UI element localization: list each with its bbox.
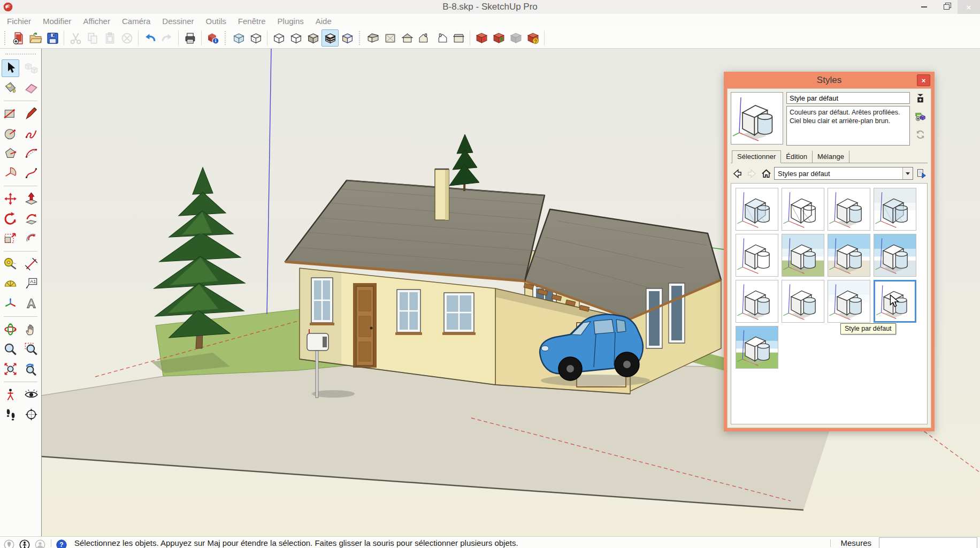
dimension-tool-icon[interactable] bbox=[22, 255, 40, 273]
wireframe-icon[interactable] bbox=[270, 29, 287, 47]
zoom-tool-icon[interactable] bbox=[2, 340, 19, 358]
menu-modifier[interactable]: Modifier bbox=[37, 17, 77, 26]
forward-arrow-icon[interactable] bbox=[745, 167, 758, 180]
home-icon[interactable] bbox=[760, 167, 772, 180]
rotate-tool-icon[interactable] bbox=[2, 210, 19, 227]
style-name-input[interactable] bbox=[786, 92, 910, 104]
walk-tool-icon[interactable] bbox=[2, 406, 19, 423]
paste-icon[interactable] bbox=[101, 29, 118, 47]
eraser-tool-icon[interactable] bbox=[22, 79, 40, 97]
tape-measure-tool-icon[interactable] bbox=[2, 255, 19, 273]
menu-dessiner[interactable]: Dessiner bbox=[156, 17, 200, 26]
styles-panel-close-icon[interactable]: × bbox=[917, 74, 930, 86]
freehand-tool-icon[interactable] bbox=[22, 125, 40, 142]
cut-icon[interactable] bbox=[67, 29, 84, 47]
print-icon[interactable] bbox=[181, 29, 198, 47]
axes-tool-icon[interactable] bbox=[2, 295, 19, 313]
hidden-line-icon[interactable] bbox=[287, 29, 304, 47]
menu-outils[interactable]: Outils bbox=[200, 17, 232, 26]
follow-me-tool-icon[interactable] bbox=[22, 210, 40, 227]
help-icon[interactable]: ? bbox=[56, 539, 67, 548]
style-thumbnail-style-par-defaut[interactable] bbox=[874, 280, 916, 323]
text-tool-icon[interactable]: A1 bbox=[22, 275, 40, 293]
open-file-icon[interactable] bbox=[27, 29, 44, 47]
paint-bucket-tool-icon[interactable] bbox=[2, 79, 19, 97]
position-camera-tool-icon[interactable] bbox=[2, 386, 19, 404]
pie-tool-icon[interactable] bbox=[2, 164, 19, 182]
chevron-down-icon[interactable] bbox=[902, 168, 913, 179]
top-view-icon[interactable] bbox=[381, 29, 399, 47]
create-new-style-icon[interactable] bbox=[915, 111, 926, 124]
get-models-icon[interactable] bbox=[473, 29, 490, 47]
shaded-textures-icon[interactable] bbox=[321, 29, 339, 47]
attribution-icon[interactable] bbox=[19, 539, 30, 548]
minimize-button[interactable] bbox=[913, 0, 935, 14]
undo-icon[interactable] bbox=[141, 29, 158, 47]
style-thumbnail-hidden-line[interactable] bbox=[736, 234, 778, 277]
move-tool-icon[interactable] bbox=[2, 190, 19, 208]
menu-fenetre[interactable]: Fenêtre bbox=[232, 17, 272, 26]
left-view-icon[interactable] bbox=[433, 29, 450, 47]
tab-melange[interactable]: Mélange bbox=[813, 150, 849, 163]
back-arrow-icon[interactable] bbox=[731, 167, 744, 180]
style-thumbnail-shaded-white[interactable] bbox=[828, 188, 870, 231]
rectangle-tool-icon[interactable] bbox=[2, 105, 19, 123]
close-button[interactable]: × bbox=[958, 0, 980, 14]
look-around-tool-icon[interactable] bbox=[22, 386, 40, 404]
menu-fichier[interactable]: Fichier bbox=[1, 17, 37, 26]
menu-aide[interactable]: Aide bbox=[310, 17, 338, 26]
zoom-extents-tool-icon[interactable] bbox=[2, 360, 19, 378]
select-tool-icon[interactable] bbox=[2, 59, 19, 77]
share-model-icon[interactable] bbox=[490, 29, 507, 47]
make-component-tool-icon[interactable] bbox=[22, 59, 40, 77]
scale-tool-icon[interactable] bbox=[2, 230, 19, 247]
back-view-icon[interactable] bbox=[450, 29, 467, 47]
orbit-tool-icon[interactable] bbox=[2, 321, 19, 338]
front-view-icon[interactable] bbox=[399, 29, 416, 47]
geolocation-icon[interactable] bbox=[3, 539, 15, 548]
redo-icon[interactable] bbox=[158, 29, 175, 47]
style-thumbnail-default-white[interactable] bbox=[736, 280, 778, 323]
zoom-previous-tool-icon[interactable] bbox=[22, 360, 40, 378]
style-thumbnail-blue-sky[interactable] bbox=[828, 234, 870, 277]
style-thumbnail-green-ground-sky[interactable] bbox=[782, 234, 824, 277]
model-info-icon[interactable] bbox=[204, 29, 221, 47]
new-file-icon[interactable] bbox=[10, 29, 27, 47]
line-tool-icon[interactable] bbox=[22, 105, 40, 123]
right-view-icon[interactable] bbox=[416, 29, 433, 47]
menu-plugins[interactable]: Plugins bbox=[272, 17, 310, 26]
style-thumbnail-x-ray-grey[interactable] bbox=[874, 188, 916, 231]
style-thumbnail-sky-and-ground[interactable] bbox=[736, 326, 778, 369]
zoom-window-tool-icon[interactable] bbox=[22, 340, 40, 358]
copy-icon[interactable] bbox=[84, 29, 101, 47]
measurements-input[interactable] bbox=[879, 537, 977, 548]
restore-button[interactable] bbox=[935, 0, 958, 14]
xray-icon[interactable] bbox=[230, 29, 247, 47]
style-collection-dropdown[interactable]: Styles par défaut bbox=[774, 167, 913, 180]
push-pull-tool-icon[interactable] bbox=[22, 190, 40, 208]
details-icon[interactable] bbox=[915, 167, 928, 180]
style-thumbnail-default-white-2[interactable] bbox=[782, 280, 824, 323]
arc-tool-icon[interactable] bbox=[22, 144, 40, 162]
tab-edition[interactable]: Édition bbox=[781, 150, 813, 163]
styles-panel-titlebar[interactable]: Styles × bbox=[727, 72, 931, 88]
menu-camera[interactable]: Caméra bbox=[116, 17, 156, 26]
offset-tool-icon[interactable] bbox=[22, 230, 40, 247]
menu-afficher[interactable]: Afficher bbox=[77, 17, 116, 26]
erase-icon[interactable] bbox=[118, 29, 135, 47]
iso-view-icon[interactable] bbox=[364, 29, 381, 47]
show-secondary-pane-icon[interactable] bbox=[915, 93, 926, 106]
share-component-icon[interactable] bbox=[507, 29, 524, 47]
compass-tool-icon[interactable] bbox=[22, 406, 40, 423]
pan-tool-icon[interactable] bbox=[22, 321, 40, 338]
style-thumbnail-wireframe[interactable] bbox=[782, 188, 824, 231]
style-thumbnail-x-ray[interactable] bbox=[736, 188, 778, 231]
save-file-icon[interactable] bbox=[44, 29, 61, 47]
circle-tool-icon[interactable] bbox=[2, 125, 19, 142]
polygon-tool-icon[interactable] bbox=[2, 144, 19, 162]
style-thumbnail-sky-gradient[interactable] bbox=[874, 234, 916, 277]
signin-icon[interactable] bbox=[34, 539, 46, 548]
curve-tool-icon[interactable] bbox=[22, 164, 40, 182]
protractor-tool-icon[interactable] bbox=[2, 275, 19, 293]
update-style-icon[interactable] bbox=[915, 129, 926, 142]
